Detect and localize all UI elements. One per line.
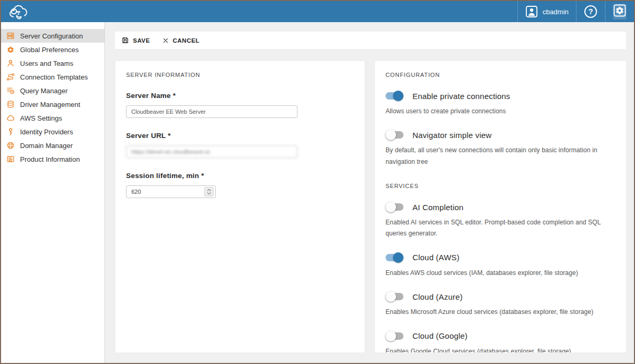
spinner-arrows-icon [207, 189, 211, 195]
actions-toolbar: SAVE CANCEL [115, 32, 626, 49]
settings-panels: SERVER INFORMATION Server Name * Server … [116, 61, 626, 352]
navigator-simple-view-toggle[interactable] [386, 130, 403, 140]
svg-text:?: ? [589, 7, 593, 16]
server-name-input[interactable] [126, 105, 297, 118]
server-url-label: Server URL * [126, 132, 354, 140]
toggle-description: Enabled AI services in SQL editor. Promp… [386, 217, 613, 240]
session-lifetime-field [126, 185, 216, 198]
toggle-label: Cloud (Google) [412, 331, 468, 340]
sidebar-item-label: Query Manager [20, 87, 68, 95]
toggle-label: Cloud (AWS) [412, 253, 459, 262]
sidebar-item-label: Server Configuration [20, 32, 83, 40]
info-panel-icon [6, 155, 15, 163]
toggle-description: Allows users to create private connectio… [386, 106, 613, 117]
sidebar-item-aws-settings[interactable]: AWS Settings [1, 111, 104, 125]
help-button[interactable]: ? [576, 1, 605, 22]
cloud-aws-toggle[interactable] [386, 252, 403, 263]
connection-icon [6, 73, 15, 81]
sidebar-item-users-and-teams[interactable]: Users and Teams [1, 56, 104, 70]
user-menu-button[interactable]: cbadmin [518, 1, 576, 22]
toggle-knob [393, 91, 403, 101]
sidebar-item-driver-management[interactable]: Driver Management [1, 97, 104, 111]
server-name-label: Server Name * [126, 92, 354, 100]
cancel-button-label: CANCEL [172, 37, 199, 44]
toggle-knob [386, 331, 396, 341]
sidebar-item-label: Connection Templates [20, 73, 88, 81]
username-label: cbadmin [543, 8, 569, 16]
settings-button-background [613, 4, 627, 19]
toggle-description: Enables AWS cloud services (IAM, databas… [386, 268, 613, 279]
sidebar-item-label: Users and Teams [20, 60, 73, 67]
toggle-row-navigator-simple-view: Navigator simple view [386, 130, 615, 140]
sidebar-item-global-preferences[interactable]: Global Preferences [1, 43, 104, 56]
sidebar-item-query-manager[interactable]: Query Manager [1, 84, 104, 97]
admin-sidebar: Server Configuration Global Preferences … [1, 22, 105, 363]
server-configuration-icon [6, 32, 15, 40]
query-clock-icon [6, 86, 15, 95]
save-button[interactable]: SAVE [121, 36, 150, 44]
toggle-knob [386, 130, 396, 140]
toggle-description: Enables Microsoft Azure cloud services (… [386, 307, 613, 318]
toggle-label: Cloud (Azure) [412, 292, 463, 301]
sidebar-item-server-configuration[interactable]: Server Configuration [1, 29, 104, 43]
main-content: SAVE CANCEL SERVER INFORMATION Server Na… [105, 22, 634, 363]
user-avatar-icon [525, 5, 538, 18]
toggle-description: By default, all user's new connections w… [386, 145, 613, 168]
app-header: cbadmin ? [1, 1, 634, 22]
session-lifetime-input[interactable] [127, 189, 204, 195]
save-button-label: SAVE [133, 37, 150, 44]
cloud-icon [6, 114, 15, 122]
sidebar-item-label: Domain Manager [20, 142, 73, 150]
toggle-knob [393, 252, 403, 263]
settings-button[interactable] [605, 1, 634, 22]
sidebar-item-label: Identity Providers [20, 128, 73, 136]
sidebar-item-label: AWS Settings [20, 114, 62, 122]
configuration-title: CONFIGURATION [386, 72, 615, 78]
server-information-panel: SERVER INFORMATION Server Name * Server … [116, 61, 364, 352]
toggle-label: Navigator simple view [412, 131, 492, 140]
sidebar-item-domain-manager[interactable]: Domain Manager [1, 139, 104, 152]
ai-completion-toggle[interactable] [386, 202, 403, 212]
toggle-knob [386, 202, 396, 212]
cloud-google-toggle[interactable] [386, 331, 403, 341]
sidebar-item-product-information[interactable]: Product Information [1, 152, 104, 166]
sidebar-item-label: Product Information [20, 155, 80, 163]
toggle-row-cloud-azure: Cloud (Azure) [386, 291, 615, 302]
server-url-input[interactable] [126, 145, 297, 158]
close-icon [162, 37, 169, 44]
cancel-button[interactable]: CANCEL [162, 37, 199, 44]
help-icon: ? [584, 5, 598, 18]
cloudbeaver-logo-icon [7, 3, 31, 21]
enable-private-connections-toggle[interactable] [386, 91, 403, 101]
settings-gear-icon [613, 4, 626, 17]
save-icon [121, 36, 129, 44]
sidebar-item-connection-templates[interactable]: Connection Templates [1, 70, 104, 84]
toggle-row-cloud-google: Cloud (Google) [386, 331, 615, 341]
gear-icon [6, 45, 15, 54]
toggle-description: Enables Google Cloud services (databases… [386, 346, 613, 352]
user-icon [6, 59, 15, 67]
sidebar-item-label: Driver Management [20, 101, 80, 109]
session-lifetime-label: Session lifetime, min * [126, 172, 354, 180]
app-body: Server Configuration Global Preferences … [1, 22, 634, 363]
header-right-controls: cbadmin ? [517, 1, 634, 22]
configuration-panel: CONFIGURATION Enable private connections… [375, 61, 626, 352]
number-spinner[interactable] [204, 187, 214, 196]
toggle-row-ai-completion: AI Completion [386, 202, 615, 212]
toggle-knob [386, 291, 396, 302]
toggle-label: Enable private connections [412, 92, 510, 101]
sidebar-item-identity-providers[interactable]: Identity Providers [1, 125, 104, 139]
services-title: SERVICES [386, 183, 615, 189]
globe-icon [6, 141, 15, 150]
toggle-row-cloud-aws: Cloud (AWS) [386, 252, 615, 263]
toggle-label: AI Completion [412, 203, 464, 212]
cloud-azure-toggle[interactable] [386, 291, 403, 302]
toggle-row-enable-private-connections: Enable private connections [386, 91, 615, 101]
cloudbeaver-logo [7, 3, 32, 21]
sidebar-item-label: Global Preferences [20, 46, 79, 54]
key-icon [6, 127, 15, 136]
app-window: cbadmin ? [0, 0, 635, 364]
database-icon [6, 100, 15, 109]
server-information-title: SERVER INFORMATION [126, 72, 354, 78]
